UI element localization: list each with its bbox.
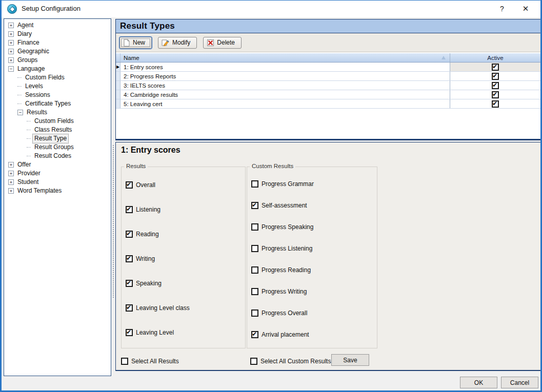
tree-item-groups[interactable]: +Groups: [4, 56, 111, 65]
save-button[interactable]: Save: [331, 354, 369, 366]
tree-item-custom-fields[interactable]: Custom Fields: [4, 73, 111, 82]
current-row-arrow-icon[interactable]: ▶: [116, 63, 121, 71]
checkbox-icon[interactable]: [126, 329, 133, 336]
tree-item-result-groups[interactable]: Result Groups: [4, 143, 111, 152]
custom-result-checkbox-progress-overall[interactable]: Progress Overall: [251, 310, 307, 317]
table-row[interactable]: 5: Leaving cert: [116, 99, 540, 109]
checkbox-icon[interactable]: [251, 331, 258, 338]
row-selector-cell[interactable]: [116, 81, 121, 90]
close-button[interactable]: ✕: [518, 3, 533, 14]
cancel-button[interactable]: Cancel: [501, 377, 538, 388]
expand-icon[interactable]: +: [8, 23, 14, 28]
expand-icon[interactable]: +: [8, 162, 14, 168]
result-checkbox-speaking[interactable]: Speaking: [126, 280, 162, 287]
tree-connector: [27, 156, 31, 156]
name-column-header[interactable]: Name: [121, 53, 450, 62]
checkbox-icon[interactable]: [251, 180, 258, 188]
checkbox-icon[interactable]: [251, 266, 258, 274]
checkbox-icon[interactable]: [251, 310, 258, 317]
delete-button[interactable]: Delete: [203, 37, 242, 49]
active-checkbox[interactable]: [492, 73, 499, 80]
result-checkbox-listening[interactable]: Listening: [126, 206, 160, 213]
custom-result-checkbox-progress-speaking[interactable]: Progress Speaking: [251, 223, 313, 231]
row-name-cell[interactable]: 1: Entry scores: [121, 63, 450, 71]
collapse-icon[interactable]: −: [17, 110, 23, 115]
panel-splitter[interactable]: [111, 19, 115, 376]
expand-icon[interactable]: +: [8, 40, 14, 46]
tree-item-class-results[interactable]: Class Results: [4, 126, 111, 134]
toolbar: New Modify Delete: [116, 33, 540, 52]
tree-item-result-type[interactable]: Result Type: [4, 134, 111, 143]
table-row[interactable]: 4: Cambridge results: [116, 90, 540, 99]
title-bar: Setup Configuration ? ✕: [2, 1, 540, 17]
row-selector-cell[interactable]: [116, 90, 121, 99]
checkbox-icon[interactable]: [251, 245, 258, 252]
tree-item-word-templates[interactable]: +Word Templates: [4, 187, 111, 195]
result-checkbox-reading[interactable]: Reading: [126, 231, 159, 238]
custom-result-checkbox-progress-grammar[interactable]: Progress Grammar: [251, 180, 314, 188]
expand-icon[interactable]: +: [8, 171, 14, 176]
tree-item-student[interactable]: +Student: [4, 178, 111, 187]
row-name-cell[interactable]: 3: IELTS scores: [121, 81, 450, 90]
checkbox-icon[interactable]: [251, 223, 258, 231]
result-checkbox-leaving-level[interactable]: Leaving Level: [126, 329, 174, 336]
tree-item-levels[interactable]: Levels: [4, 82, 111, 91]
result-checkbox-overall[interactable]: Overall: [126, 181, 155, 189]
checkbox-icon[interactable]: [126, 304, 133, 312]
help-button[interactable]: ?: [494, 3, 510, 14]
active-column-header[interactable]: Active: [450, 53, 540, 62]
custom-result-checkbox-progress-writing[interactable]: Progress Writing: [251, 288, 307, 295]
row-selector-cell[interactable]: [116, 99, 121, 108]
tree-item-diary[interactable]: +Diary: [4, 30, 111, 38]
tree-item-sessions[interactable]: Sessions: [4, 91, 111, 99]
active-checkbox[interactable]: [492, 82, 499, 89]
expand-icon[interactable]: +: [8, 188, 14, 194]
expand-icon[interactable]: +: [8, 57, 14, 63]
checkbox-icon[interactable]: [126, 181, 133, 189]
custom-result-checkbox-arrival-placement[interactable]: Arrival placement: [251, 331, 309, 338]
active-checkbox[interactable]: [492, 100, 499, 108]
tree-item-result-codes[interactable]: Result Codes: [4, 152, 111, 160]
checkbox-icon[interactable]: [121, 358, 128, 365]
tree-item-language[interactable]: −Language: [4, 65, 111, 73]
new-button-label: New: [133, 39, 145, 46]
expand-icon[interactable]: +: [8, 179, 14, 185]
select-all-results-checkbox[interactable]: Select All Results: [121, 358, 179, 365]
tree-item-certificate-types[interactable]: Certificate Types: [4, 99, 111, 108]
checkbox-icon[interactable]: [250, 358, 257, 365]
checkbox-icon[interactable]: [251, 202, 258, 209]
tree-item-agent[interactable]: +Agent: [4, 21, 111, 30]
checkbox-icon[interactable]: [251, 288, 258, 295]
collapse-icon[interactable]: −: [8, 66, 14, 72]
checkbox-icon[interactable]: [126, 280, 133, 287]
row-selector-cell[interactable]: [116, 72, 121, 80]
custom-result-checkbox-progress-reading[interactable]: Progress Reading: [251, 266, 311, 274]
tree-item-results[interactable]: −Results: [4, 108, 111, 117]
tree-item-offer[interactable]: +Offer: [4, 160, 111, 169]
new-button[interactable]: New: [119, 37, 152, 49]
tree-item-geographic[interactable]: +Geographic: [4, 47, 111, 56]
checkbox-icon[interactable]: [126, 231, 133, 238]
table-row[interactable]: 2: Progress Reports: [116, 72, 540, 81]
result-checkbox-leaving-level-class[interactable]: Leaving Level class: [126, 304, 190, 312]
tree-item-finance[interactable]: +Finance: [4, 38, 111, 47]
row-name-cell[interactable]: 5: Leaving cert: [121, 99, 450, 108]
ok-button[interactable]: OK: [460, 377, 497, 388]
table-row[interactable]: ▶1: Entry scores: [116, 63, 540, 72]
result-checkbox-writing[interactable]: Writing: [126, 255, 155, 262]
expand-icon[interactable]: +: [8, 49, 14, 54]
checkbox-icon[interactable]: [126, 255, 133, 262]
custom-result-checkbox-self-assessment[interactable]: Self-assessment: [251, 202, 307, 209]
active-checkbox[interactable]: [492, 91, 499, 98]
expand-icon[interactable]: +: [8, 31, 14, 37]
select-all-custom-results-checkbox[interactable]: Select All Custom Results: [250, 358, 331, 365]
tree-item-provider[interactable]: +Provider: [4, 169, 111, 178]
modify-button[interactable]: Modify: [158, 37, 197, 49]
row-name-cell[interactable]: 2: Progress Reports: [121, 72, 450, 80]
custom-result-checkbox-progress-listening[interactable]: Progress Listening: [251, 245, 312, 252]
tree-item-custom-fields[interactable]: Custom Fields: [4, 117, 111, 126]
active-checkbox[interactable]: [492, 64, 499, 71]
checkbox-icon[interactable]: [126, 206, 133, 213]
table-row[interactable]: 3: IELTS scores: [116, 81, 540, 90]
row-name-cell[interactable]: 4: Cambridge results: [121, 90, 450, 99]
